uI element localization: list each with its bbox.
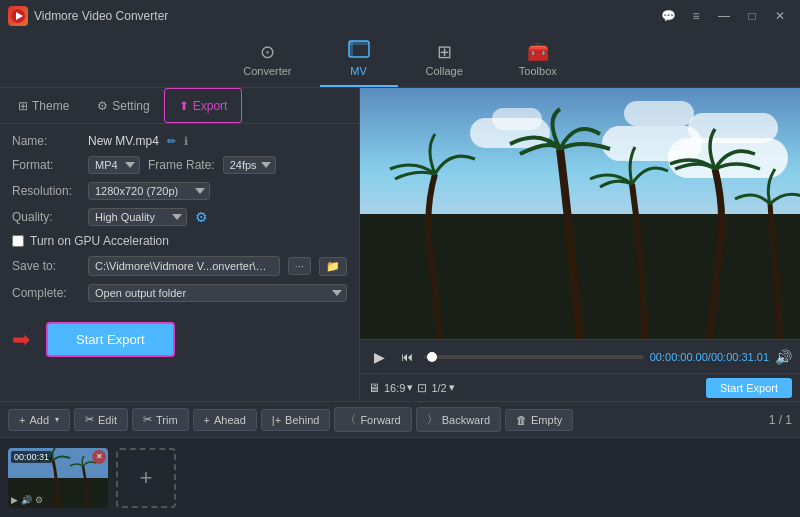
clip-close-button[interactable]: ✕ [92,450,106,464]
add-label: Add [29,414,49,426]
trim-icon: ✂ [143,413,152,426]
ahead-icon: + [204,414,210,426]
export-icon: ⬆ [179,99,189,113]
minimize-button[interactable]: — [712,7,736,25]
behind-label: Behind [285,414,319,426]
progress-dot [427,352,437,362]
add-button[interactable]: + Add ▾ [8,409,70,431]
backward-button[interactable]: 〉 Backward [416,407,501,432]
format-label: Format: [12,158,80,172]
tab-collage[interactable]: ⊞ Collage [398,32,491,87]
bottom-toolbar: + Add ▾ ✂ Edit ✂ Trim + Ahead |+ Behind … [0,401,800,437]
app-logo [8,6,28,26]
edit-name-icon[interactable]: ✏ [167,135,176,148]
subtab-theme[interactable]: ⊞ Theme [4,88,83,123]
tab-toolbox[interactable]: 🧰 Toolbox [491,32,585,87]
backward-icon: 〉 [427,412,438,427]
setting-icon: ⚙ [97,99,108,113]
format-select[interactable]: MP4 AVI MKV MOV [88,156,140,174]
play-button[interactable]: ▶ [368,346,390,368]
aspect-ratio-button[interactable]: 16:9 ▾ [384,381,413,394]
export-form: Name: New MV.mp4 ✏ ℹ Format: MP4 AVI MKV… [0,124,359,367]
skip-button[interactable]: ⏮ [396,346,418,368]
right-panel: ▶ ⏮ 00:00:00.00/00:00:31.01 🔊 🖥 16:9 ▾ ⊡… [360,88,800,401]
nav-tabs: ⊙ Converter MV ⊞ Collage 🧰 Toolbox [0,32,800,88]
zoom-dropdown-arrow: ▾ [449,381,455,394]
theme-label: Theme [32,99,69,113]
saveto-folder-button[interactable]: 📁 [319,257,347,276]
crop-icon: ⊡ [417,381,427,395]
title-bar-controls: 💬 ≡ — □ ✕ [656,7,792,25]
timeline: 00:00:31 ✕ ▶ 🔊 ⚙ + [0,437,800,517]
close-button[interactable]: ✕ [768,7,792,25]
export-label: Export [193,99,228,113]
behind-button[interactable]: |+ Behind [261,409,331,431]
title-bar: Vidmore Video Converter 💬 ≡ — □ ✕ [0,0,800,32]
add-icon: + [19,414,25,426]
start-export-button[interactable]: Start Export [46,322,175,357]
maximize-button[interactable]: □ [740,7,764,25]
collage-icon: ⊞ [437,41,452,63]
aspect-group: 🖥 16:9 ▾ ⊡ 1/2 ▾ [368,381,455,395]
start-export-small-button[interactable]: Start Export [706,378,792,398]
zoom-button[interactable]: 1/2 ▾ [431,381,454,394]
clip-duration: 00:00:31 [11,451,52,463]
main-content: ⊞ Theme ⚙ Setting ⬆ Export Name: New MV.… [0,88,800,401]
quality-settings-button[interactable]: ⚙ [195,209,208,225]
palm-trees-svg [360,88,800,339]
mv-icon [348,40,370,63]
aspect-dropdown-arrow: ▾ [407,381,413,394]
ahead-button[interactable]: + Ahead [193,409,257,431]
volume-button[interactable]: 🔊 [775,349,792,365]
video-preview [360,88,800,339]
screen-icon: 🖥 [368,381,380,395]
theme-icon: ⊞ [18,99,28,113]
tab-mv[interactable]: MV [320,32,398,87]
quality-row: Quality: High Quality Normal Quality Low… [12,208,347,226]
backward-label: Backward [442,414,490,426]
sub-tabs: ⊞ Theme ⚙ Setting ⬆ Export [0,88,359,124]
resolution-select[interactable]: 1280x720 (720p) 1920x1080 (1080p) 640x48… [88,182,210,200]
chat-button[interactable]: 💬 [656,7,680,25]
ahead-label: Ahead [214,414,246,426]
setting-label: Setting [112,99,149,113]
format-row: Format: MP4 AVI MKV MOV Frame Rate: 24fp… [12,156,347,174]
quality-select[interactable]: High Quality Normal Quality Low Quality [88,208,187,226]
edit-button[interactable]: ✂ Edit [74,408,128,431]
subtab-export[interactable]: ⬆ Export [164,88,243,123]
subtab-setting[interactable]: ⚙ Setting [83,88,163,123]
title-bar-left: Vidmore Video Converter [8,6,168,26]
clip-audio-icon: 🔊 [21,495,32,505]
trim-label: Trim [156,414,178,426]
aspect-ratio-value: 16:9 [384,382,405,394]
zoom-value: 1/2 [431,382,446,394]
complete-select[interactable]: Open output folder Do nothing [88,284,347,302]
complete-row: Complete: Open output folder Do nothing [12,284,347,302]
clip-icons: ▶ 🔊 ⚙ [11,495,43,505]
progress-bar[interactable] [424,355,644,359]
resolution-row: Resolution: 1280x720 (720p) 1920x1080 (1… [12,182,347,200]
resolution-label: Resolution: [12,184,80,198]
info-icon[interactable]: ℹ [184,135,188,148]
empty-button[interactable]: 🗑 Empty [505,409,573,431]
add-clip-button[interactable]: + [116,448,176,508]
menu-button[interactable]: ≡ [684,7,708,25]
trim-button[interactable]: ✂ Trim [132,408,189,431]
forward-button[interactable]: 〈 Forward [334,407,411,432]
name-value: New MV.mp4 [88,134,159,148]
timeline-clip[interactable]: 00:00:31 ✕ ▶ 🔊 ⚙ [8,448,108,508]
converter-icon: ⊙ [260,41,275,63]
frame-rate-label: Frame Rate: [148,158,215,172]
toolbox-label: Toolbox [519,65,557,77]
gpu-checkbox[interactable] [12,235,24,247]
frame-rate-select[interactable]: 24fps 30fps 60fps [223,156,276,174]
svg-rect-4 [349,41,353,57]
forward-label: Forward [360,414,400,426]
mv-label: MV [350,65,367,77]
gpu-label: Turn on GPU Acceleration [30,234,169,248]
behind-icon: |+ [272,414,281,426]
complete-label: Complete: [12,286,80,300]
tab-converter[interactable]: ⊙ Converter [215,32,319,87]
saveto-more-button[interactable]: ··· [288,257,311,275]
app-title: Vidmore Video Converter [34,9,168,23]
